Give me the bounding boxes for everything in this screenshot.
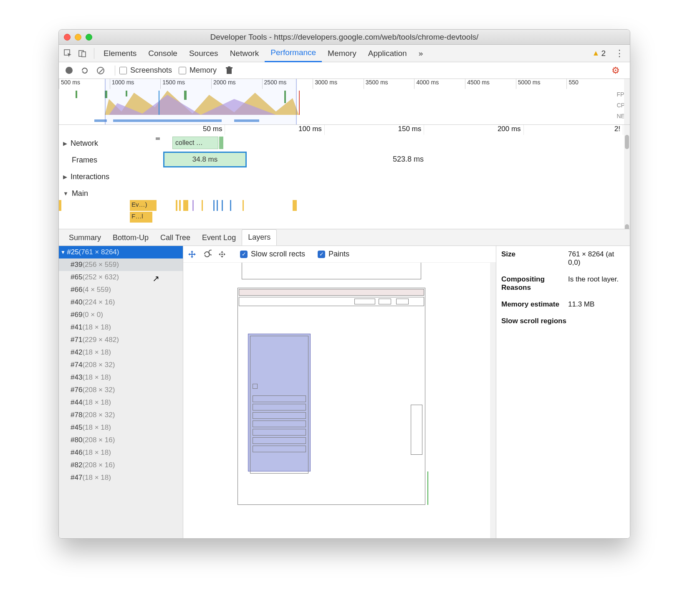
layer-tree-item[interactable]: #46(18 × 18) <box>59 446 183 459</box>
layer-tree-item[interactable]: #40(224 × 16) <box>59 296 183 309</box>
event-sliver[interactable] <box>176 200 177 211</box>
network-collect-block[interactable]: collect … <box>172 137 218 149</box>
layer-tree-item[interactable]: #71(229 × 482) <box>59 334 183 346</box>
layer-tree-item[interactable]: #76(208 × 32) <box>59 384 183 396</box>
event-sliver[interactable] <box>183 200 188 211</box>
layer-tree-item[interactable]: #66(4 × 559) <box>59 284 183 296</box>
event-ev[interactable]: Ev…) <box>130 200 157 211</box>
timeline-overview[interactable]: 500 ms1000 ms1500 ms2000 ms2500 ms3000 m… <box>59 79 630 125</box>
event-sliver[interactable] <box>202 200 203 211</box>
event-sliver[interactable] <box>293 200 297 211</box>
layer-tree-item[interactable]: #45(18 × 18) <box>59 421 183 434</box>
event-sliver[interactable] <box>217 200 218 211</box>
row-network[interactable]: ▶Network <box>59 135 126 152</box>
layer-tree-item[interactable]: #82(208 × 16) <box>59 459 183 471</box>
event-sliver[interactable] <box>192 200 194 211</box>
tab-network[interactable]: Network <box>224 45 265 62</box>
layer-tree-item[interactable]: #42(18 × 18) <box>59 346 183 359</box>
layer-3d-view[interactable]: ✓Slow scroll rects ✓Paints <box>183 246 496 538</box>
clear-button[interactable] <box>95 65 106 76</box>
layer-tree-item[interactable]: #78(208 × 32) <box>59 409 183 421</box>
layer-tree-item[interactable]: #44(18 × 18) <box>59 396 183 409</box>
layer-tree-item[interactable]: ▼ #25(761 × 8264) <box>59 246 183 258</box>
compositing-label: Compositing Reasons <box>501 275 568 292</box>
record-button[interactable] <box>63 65 75 76</box>
network-collect-tail <box>219 137 223 149</box>
layer-dims: (0 × 0) <box>82 311 103 319</box>
flame-chart[interactable]: 50 ms100 ms150 ms200 ms2! collect … 34.8… <box>59 125 630 229</box>
inspect-element-icon[interactable] <box>62 48 74 59</box>
layer-tree-item[interactable]: #69(0 × 0) <box>59 309 183 321</box>
reload-button[interactable] <box>79 65 91 76</box>
tab-memory[interactable]: Memory <box>322 45 362 62</box>
layer-id: #45 <box>71 423 82 432</box>
close-window-button[interactable] <box>64 34 71 41</box>
main-thread-events[interactable]: Ev…) F…l <box>130 200 617 223</box>
zoom-window-button[interactable] <box>86 34 92 41</box>
layer-dims: (4 × 559) <box>82 286 111 294</box>
memory-checkbox-input[interactable] <box>179 67 186 74</box>
details-tab-event-log[interactable]: Event Log <box>196 230 242 246</box>
layer-tree-item[interactable]: #43(18 × 18) <box>59 371 183 384</box>
reset-view-icon[interactable] <box>217 249 227 260</box>
event-sliver[interactable] <box>222 200 223 211</box>
warning-count[interactable]: 2 <box>601 49 606 58</box>
memory-checkbox[interactable]: Memory <box>179 66 217 75</box>
collapse-arrow-icon: ▶ <box>63 174 67 180</box>
garbage-collect-button[interactable] <box>223 65 235 76</box>
details-tab-layers[interactable]: Layers <box>242 229 277 246</box>
details-tab-bottom-up[interactable]: Bottom-Up <box>107 230 154 246</box>
tab-elements[interactable]: Elements <box>98 45 142 62</box>
memory-value: 11.3 MB <box>568 300 625 309</box>
canvas-scrollbar[interactable] <box>490 263 496 538</box>
tab-console[interactable]: Console <box>142 45 183 62</box>
paints-checkbox[interactable]: ✓Paints <box>318 250 349 258</box>
tab-overflow[interactable]: » <box>413 45 429 62</box>
event-sliver[interactable] <box>243 200 244 211</box>
layer-id: #44 <box>71 398 82 407</box>
event-sliver[interactable] <box>59 200 61 211</box>
flame-tick: 50 ms <box>126 125 225 135</box>
layer-tree-item[interactable]: #39(256 × 559) <box>59 258 183 271</box>
tab-sources[interactable]: Sources <box>183 45 224 62</box>
overview-scrollbar[interactable] <box>624 79 630 124</box>
rotate-icon[interactable] <box>202 249 212 260</box>
screenshots-checkbox-input[interactable] <box>119 67 127 74</box>
layer-id: #71 <box>71 336 82 344</box>
svg-rect-10 <box>76 91 77 98</box>
details-tab-summary[interactable]: Summary <box>63 230 107 246</box>
layer-details: Size761 × 8264 (at 0,0) Compositing Reas… <box>496 246 630 538</box>
capture-settings-icon[interactable]: ⚙ <box>610 65 622 76</box>
minimize-window-button[interactable] <box>75 34 81 41</box>
row-interactions[interactable]: ▶Interactions <box>59 168 126 185</box>
tab-application[interactable]: Application <box>362 45 413 62</box>
details-tab-call-tree[interactable]: Call Tree <box>154 230 196 246</box>
layer-tree-item[interactable]: #65(252 × 632) <box>59 271 183 284</box>
pan-icon[interactable] <box>187 249 197 260</box>
overview-selection[interactable] <box>105 79 297 124</box>
event-sliver[interactable] <box>179 200 181 211</box>
slow-scroll-rects-checkbox[interactable]: ✓Slow scroll rects <box>240 250 305 258</box>
row-main[interactable]: ▼Main <box>59 185 126 202</box>
device-toolbar-icon[interactable] <box>76 48 88 59</box>
more-menu-icon[interactable]: ⋮ <box>612 48 627 59</box>
frame-block-selected[interactable]: 34.8 ms <box>163 152 247 167</box>
layer-tree-item[interactable]: #47(18 × 18) <box>59 471 183 484</box>
layer-canvas[interactable] <box>183 263 496 538</box>
event-f[interactable]: F…l <box>130 212 152 223</box>
layer-tree-item[interactable]: #41(18 × 18) <box>59 321 183 334</box>
row-frames[interactable]: Frames <box>59 152 126 168</box>
event-sliver[interactable] <box>230 200 231 211</box>
warning-icon[interactable]: ▲ <box>592 49 600 58</box>
layer-tree-item[interactable]: #74(208 × 32) <box>59 359 183 371</box>
layer-tree-item[interactable]: #80(208 × 16) <box>59 434 183 446</box>
layer-tree[interactable]: ▼ #25(761 × 8264)#39(256 × 559)↖#65(252 … <box>59 246 183 538</box>
screenshots-checkbox[interactable]: Screenshots <box>119 66 172 75</box>
net-marker <box>156 137 160 140</box>
layer-id: #76 <box>71 386 82 394</box>
event-sliver[interactable] <box>213 200 215 211</box>
layer-id: #78 <box>71 411 82 419</box>
tab-performance[interactable]: Performance <box>265 45 322 62</box>
flame-scrollbar[interactable] <box>624 125 630 229</box>
layer-id: #47 <box>71 474 82 482</box>
